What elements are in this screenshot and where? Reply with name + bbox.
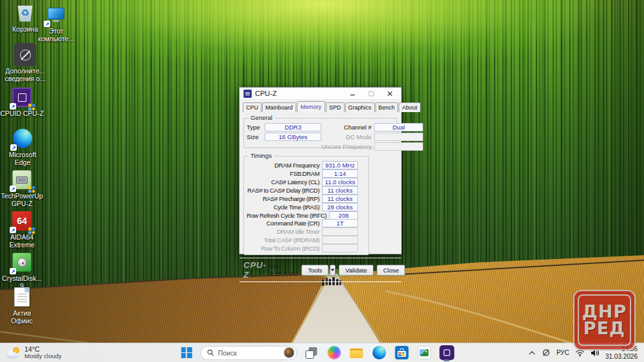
- timing-label: FSB:DRAM: [290, 170, 319, 177]
- gpu-z-icon: [11, 169, 33, 191]
- timing-label: Command Rate (CR): [267, 220, 319, 227]
- desktop-icon-crystaldisk[interactable]: CrystalDisk... 9: [0, 251, 44, 291]
- edge-button[interactable]: [370, 345, 387, 361]
- photos-button[interactable]: [415, 345, 432, 361]
- desktop-icon-label: Microsoft Edge: [3, 151, 43, 167]
- hidden-icons-chevron-icon[interactable]: [528, 350, 536, 356]
- desktop-icon-gpu-z[interactable]: TechPowerUp GPU-Z: [0, 169, 44, 208]
- maximize-button: [363, 88, 379, 99]
- cpu-z-icon: [11, 86, 33, 108]
- app-badge-icon: [28, 104, 35, 110]
- copilot-button[interactable]: [325, 345, 342, 361]
- close-window-button[interactable]: Close: [377, 265, 405, 276]
- timing-value: [322, 227, 358, 236]
- minimize-button[interactable]: [345, 88, 360, 99]
- search-box[interactable]: Поиск: [200, 346, 297, 360]
- shortcut-arrow-icon: [10, 103, 16, 110]
- timing-value: 1:14: [322, 169, 358, 178]
- timing-label: Total CAS# (tRDRAM): [264, 236, 319, 243]
- version-text: Ver. 2.19.0.x64: [270, 263, 298, 277]
- dc-mode-value: [374, 133, 423, 141]
- timing-value: [322, 244, 358, 252]
- timing-value: 11 clocks: [322, 186, 358, 195]
- timing-value: 1T: [322, 219, 358, 227]
- window-titlebar[interactable]: CPU-Z: [240, 88, 401, 100]
- shortcut-arrow-icon: [10, 227, 16, 233]
- desktop-icon-label: Этот компьюте...: [36, 27, 76, 43]
- tab-mainboard[interactable]: Mainboard: [262, 102, 296, 112]
- field-label: Type: [247, 124, 262, 131]
- task-view-button[interactable]: [303, 345, 319, 361]
- tools-button[interactable]: Tools: [301, 265, 328, 276]
- timing-label: RAS# to CAS# Delay (tRCD): [247, 187, 319, 194]
- desktop-icon-label: Корзина: [12, 25, 38, 33]
- recycle-bin-icon: ♻: [14, 2, 36, 24]
- start-button[interactable]: [178, 345, 194, 361]
- crystaldisk-icon: [11, 251, 33, 273]
- general-groupbox: General TypeDDR3 Size16 GBytes Channel #…: [243, 118, 397, 148]
- cpuz-footer-logo: CPU-Z: [243, 260, 267, 280]
- tab-about[interactable]: About: [399, 102, 421, 112]
- desktop-icon-more-info[interactable]: Дополните... сведения о...: [0, 44, 50, 83]
- weather-icon: [6, 347, 21, 359]
- watermark: ДНР РЕД: [573, 290, 636, 350]
- field-label: Uncore Frequency: [321, 143, 372, 150]
- tab-bench[interactable]: Bench: [375, 102, 399, 112]
- timing-value: 11 clocks: [322, 195, 358, 203]
- memory-type-value: DDR3: [265, 123, 321, 131]
- language-indicator[interactable]: РУС: [556, 349, 569, 356]
- desktop-icon-label: Дополните... сведения о...: [1, 67, 50, 83]
- timing-value: 208 clocks: [329, 211, 358, 220]
- shortcut-arrow-icon: [10, 144, 17, 151]
- tab-memory[interactable]: Memory: [297, 101, 326, 112]
- desktop-icon-label: CPUID CPU-Z: [0, 110, 44, 117]
- tab-bar: CPU Mainboard Memory SPD Graphics Bench …: [240, 100, 401, 112]
- photos-icon: [417, 346, 431, 359]
- desktop-icon-aktiv-ofis[interactable]: Актив Офиис: [1, 286, 43, 325]
- file-explorer-button[interactable]: [348, 345, 365, 361]
- taskbar: 14°C Mostly cloudy Поиск: [0, 343, 644, 362]
- window-title: CPU-Z: [255, 90, 341, 97]
- app-badge-icon: [28, 186, 35, 193]
- weather-widget[interactable]: 14°C Mostly cloudy: [0, 343, 68, 362]
- weather-condition: Mostly cloudy: [24, 353, 62, 360]
- validate-button[interactable]: Validate: [339, 265, 374, 276]
- document-icon: [11, 286, 33, 308]
- cpu-z-window: CPU-Z CPU Mainboard Memory SPD Graphics …: [239, 87, 402, 254]
- tab-spd[interactable]: SPD: [326, 102, 345, 112]
- memory-size-value: 16 GBytes: [265, 133, 321, 141]
- timing-label: Row Refresh Cycle Time (tRFC): [247, 212, 327, 219]
- edge-icon: [372, 346, 386, 359]
- timing-label: CAS# Latency (CL): [271, 178, 319, 186]
- app-badge-icon: [28, 227, 35, 234]
- timing-value: 11.0 clocks: [322, 178, 358, 186]
- desktop-icon-label: Актив Офиис: [1, 309, 43, 325]
- store-button[interactable]: [393, 345, 410, 361]
- timing-label: DRAM Idle Timer: [277, 228, 319, 235]
- desktop-icon-label: TechPowerUp GPU-Z: [0, 192, 44, 208]
- timing-value: 28 clocks: [322, 203, 358, 211]
- copilot-icon: [327, 346, 341, 359]
- cpu-z-taskbar-button[interactable]: [438, 345, 455, 361]
- desktop: ♻ Корзина Этот компьюте... Дополните... …: [0, 0, 644, 362]
- uncore-frequency-value: [374, 142, 423, 151]
- desktop-icon-microsoft-edge[interactable]: Microsoft Edge: [3, 128, 43, 167]
- active-indicator: [444, 359, 450, 361]
- broken-image-icon: [14, 44, 36, 66]
- search-icon: [207, 349, 214, 356]
- tab-graphics[interactable]: Graphics: [345, 102, 375, 112]
- close-button[interactable]: [382, 88, 397, 99]
- this-pc-icon: [45, 4, 67, 26]
- aida64-icon: 64: [11, 210, 33, 232]
- timing-label: DRAM Frequency: [274, 162, 319, 169]
- tab-cpu[interactable]: CPU: [243, 102, 261, 112]
- desktop-icon-this-pc[interactable]: Этот компьюте...: [36, 4, 76, 43]
- timing-value: 931.0 MHz: [322, 161, 358, 169]
- field-label: Size: [247, 133, 262, 140]
- mic-off-icon[interactable]: [542, 348, 551, 357]
- search-placeholder: Поиск: [218, 349, 279, 357]
- watermark-line2: РЕД: [583, 320, 625, 337]
- tools-dropdown-button[interactable]: [330, 265, 336, 276]
- desktop-icon-aida64[interactable]: 64 AIDA64 Extreme: [1, 210, 43, 249]
- desktop-icon-cpuid-cpu-z[interactable]: CPUID CPU-Z: [0, 86, 44, 117]
